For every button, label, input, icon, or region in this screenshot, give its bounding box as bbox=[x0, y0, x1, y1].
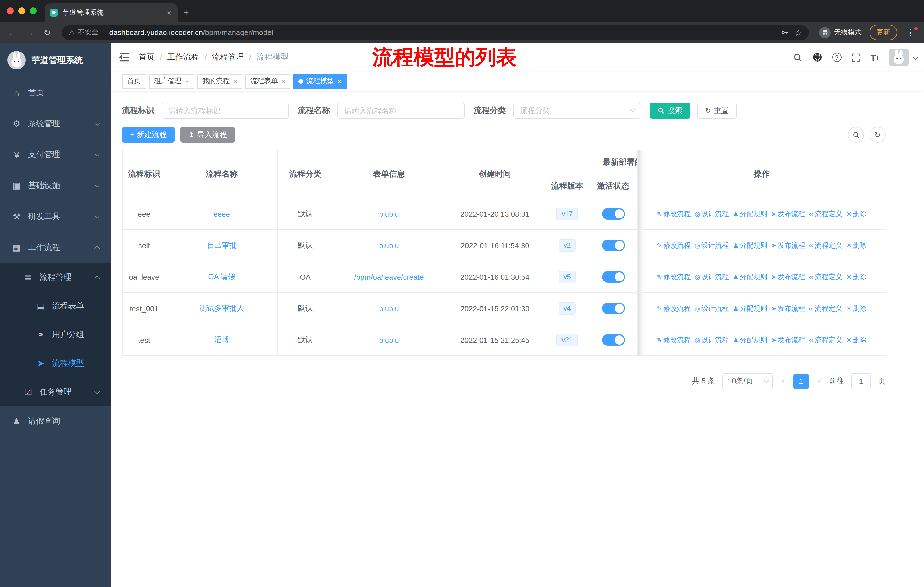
create-process-button[interactable]: + 新建流程 bbox=[122, 127, 175, 143]
page-number-button[interactable]: 1 bbox=[793, 374, 808, 389]
tag-close-icon[interactable]: × bbox=[337, 77, 342, 85]
security-indicator[interactable]: ⚠ 不安全 bbox=[69, 28, 99, 37]
process-name-link[interactable]: 自己审批 bbox=[207, 241, 237, 250]
form-info-link[interactable]: biubiu bbox=[379, 241, 399, 250]
breadcrumb-workflow[interactable]: 工作流程 bbox=[167, 52, 200, 63]
sidebar-item-process-form[interactable]: ▤ 流程表单 bbox=[0, 292, 111, 321]
tag-close-icon[interactable]: × bbox=[281, 77, 285, 85]
tag-process-model[interactable]: 流程模型× bbox=[293, 74, 346, 89]
sidebar-item-workflow[interactable]: ▦ 工作流程 bbox=[0, 232, 111, 263]
reload-icon[interactable]: ↻ bbox=[40, 27, 54, 38]
delete-link[interactable]: ✕删除 bbox=[846, 336, 866, 344]
help-icon[interactable]: ? bbox=[832, 53, 841, 62]
new-tab-button[interactable]: + bbox=[183, 7, 189, 18]
design-link[interactable]: ◎设计流程 bbox=[695, 210, 729, 218]
process-name-link[interactable]: eeee bbox=[213, 210, 230, 218]
assign-rule-link[interactable]: ♟分配规则 bbox=[733, 210, 767, 218]
form-info-link[interactable]: biubiu bbox=[379, 304, 399, 313]
definition-link[interactable]: ∞流程定义 bbox=[809, 336, 842, 344]
delete-link[interactable]: ✕删除 bbox=[846, 210, 866, 218]
forward-icon[interactable]: → bbox=[23, 28, 37, 37]
modify-link[interactable]: ✎修改流程 bbox=[657, 210, 691, 218]
fullscreen-icon[interactable] bbox=[851, 53, 861, 62]
active-toggle[interactable] bbox=[602, 334, 625, 346]
assign-rule-link[interactable]: ♟分配规则 bbox=[733, 273, 767, 281]
modify-link[interactable]: ✎修改流程 bbox=[657, 273, 691, 281]
delete-link[interactable]: ✕删除 bbox=[846, 241, 866, 249]
process-name-input[interactable] bbox=[337, 103, 465, 119]
design-link[interactable]: ◎设计流程 bbox=[695, 304, 729, 312]
definition-link[interactable]: ∞流程定义 bbox=[809, 304, 842, 312]
sidebar-item-process-management[interactable]: ≣ 流程管理 bbox=[0, 263, 111, 292]
import-process-button[interactable]: ↥ 导入流程 bbox=[180, 127, 235, 143]
sidebar-item-user-group[interactable]: ⚭ 用户分组 bbox=[0, 321, 111, 349]
design-link[interactable]: ◎设计流程 bbox=[695, 336, 729, 344]
tag-tenant[interactable]: 租户管理× bbox=[149, 74, 194, 89]
sidebar-item-process-model[interactable]: ➤ 流程模型 bbox=[0, 349, 111, 378]
form-info-link[interactable]: biubiu bbox=[379, 210, 399, 218]
design-link[interactable]: ◎设计流程 bbox=[695, 273, 729, 281]
show-search-button[interactable] bbox=[848, 127, 864, 143]
minimize-window-button[interactable] bbox=[18, 7, 25, 14]
publish-link[interactable]: ➤发布流程 bbox=[771, 210, 805, 218]
back-icon[interactable]: ← bbox=[6, 28, 20, 37]
process-category-select[interactable]: 流程分类 bbox=[513, 103, 640, 119]
publish-link[interactable]: ➤发布流程 bbox=[771, 304, 805, 312]
bookmark-star-icon[interactable]: ☆ bbox=[794, 27, 802, 38]
publish-link[interactable]: ➤发布流程 bbox=[771, 336, 805, 344]
tag-my-process[interactable]: 我的流程× bbox=[197, 74, 242, 89]
update-button[interactable]: 更新 bbox=[870, 25, 897, 40]
active-toggle[interactable] bbox=[602, 240, 625, 251]
incognito-badge[interactable]: 无痕模式 bbox=[819, 26, 861, 38]
github-icon[interactable] bbox=[812, 52, 822, 63]
goto-page-input[interactable] bbox=[851, 373, 871, 389]
collapse-sidebar-icon[interactable] bbox=[119, 53, 129, 62]
sidebar-item-system[interactable]: ⚙ 系统管理 bbox=[0, 108, 111, 139]
publish-link[interactable]: ➤发布流程 bbox=[771, 241, 805, 249]
zoom-window-button[interactable] bbox=[30, 7, 37, 14]
form-info-link[interactable]: /bpm/oa/leave/create bbox=[354, 273, 424, 281]
delete-link[interactable]: ✕删除 bbox=[846, 304, 866, 312]
process-name-link[interactable]: OA 请假 bbox=[208, 272, 235, 281]
form-info-link[interactable]: biubiu bbox=[379, 336, 399, 344]
search-icon[interactable] bbox=[792, 53, 802, 62]
browser-tab[interactable]: 芋道管理系统 × bbox=[45, 3, 178, 22]
sidebar-item-payment[interactable]: ¥ 支付管理 bbox=[0, 139, 111, 170]
assign-rule-link[interactable]: ♟分配规则 bbox=[733, 241, 767, 249]
definition-link[interactable]: ∞流程定义 bbox=[809, 210, 842, 218]
sidebar-item-infrastructure[interactable]: ▣ 基础设施 bbox=[0, 170, 111, 201]
user-avatar[interactable] bbox=[889, 49, 909, 66]
active-toggle[interactable] bbox=[602, 208, 625, 220]
process-name-link[interactable]: 滔博 bbox=[214, 336, 229, 344]
modify-link[interactable]: ✎修改流程 bbox=[657, 241, 691, 249]
modify-link[interactable]: ✎修改流程 bbox=[657, 336, 691, 344]
tab-close-icon[interactable]: × bbox=[166, 8, 172, 17]
definition-link[interactable]: ∞流程定义 bbox=[809, 273, 842, 281]
sidebar-item-devtools[interactable]: ⚒ 研发工具 bbox=[0, 201, 111, 232]
assign-rule-link[interactable]: ♟分配规则 bbox=[733, 336, 767, 344]
browser-menu-icon[interactable]: ⋮ bbox=[903, 27, 918, 38]
search-button[interactable]: 搜索 bbox=[650, 103, 690, 119]
breadcrumb-home[interactable]: 首页 bbox=[139, 52, 155, 63]
delete-link[interactable]: ✕删除 bbox=[846, 273, 866, 281]
reset-button[interactable]: ↻ 重置 bbox=[697, 103, 737, 119]
address-bar[interactable]: ⚠ 不安全 dashboard.yudao.iocoder.cn/bpm/man… bbox=[62, 25, 809, 40]
tag-close-icon[interactable]: × bbox=[233, 77, 237, 85]
modify-link[interactable]: ✎修改流程 bbox=[657, 304, 691, 312]
password-key-icon[interactable] bbox=[780, 28, 789, 37]
tag-process-form[interactable]: 流程表单× bbox=[245, 74, 290, 89]
page-size-select[interactable]: 10条/页 bbox=[723, 373, 773, 389]
font-size-icon[interactable]: TT bbox=[870, 53, 879, 62]
definition-link[interactable]: ∞流程定义 bbox=[809, 241, 842, 249]
prev-page-button[interactable]: ‹ bbox=[780, 376, 786, 386]
sidebar-item-task-management[interactable]: ☑ 任务管理 bbox=[0, 378, 111, 407]
process-name-link[interactable]: 测试多审批人 bbox=[200, 304, 244, 313]
active-toggle[interactable] bbox=[602, 303, 625, 314]
refresh-table-button[interactable]: ↻ bbox=[870, 127, 886, 143]
active-toggle[interactable] bbox=[602, 271, 625, 283]
tag-close-icon[interactable]: × bbox=[185, 77, 189, 85]
close-window-button[interactable] bbox=[7, 7, 14, 14]
process-id-input[interactable] bbox=[162, 103, 289, 119]
assign-rule-link[interactable]: ♟分配规则 bbox=[733, 304, 767, 312]
sidebar-item-home[interactable]: ⌂ 首页 bbox=[0, 78, 111, 108]
